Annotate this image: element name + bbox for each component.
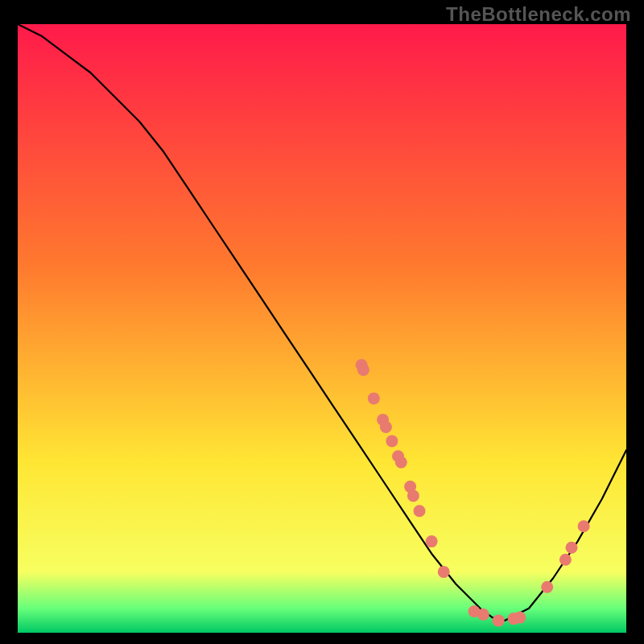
data-dot	[541, 581, 553, 593]
plot-area	[18, 24, 626, 633]
data-dot	[395, 456, 407, 469]
data-dot	[407, 489, 419, 502]
data-dot	[477, 609, 489, 621]
data-dot	[380, 421, 392, 433]
chart-svg	[18, 24, 626, 633]
data-dot	[426, 535, 438, 547]
watermark-text: TheBottleneck.com	[446, 3, 631, 26]
chart-container: TheBottleneck.com	[0, 0, 644, 644]
data-dot	[559, 554, 572, 566]
data-dot	[514, 612, 526, 624]
data-dot	[578, 520, 590, 532]
data-dot	[438, 566, 450, 578]
data-dot	[566, 542, 578, 554]
data-dot	[493, 614, 505, 626]
data-dot	[386, 435, 398, 447]
data-dot	[357, 364, 369, 376]
data-dot	[368, 392, 380, 404]
gradient-background	[18, 24, 626, 633]
data-dot	[414, 505, 426, 517]
